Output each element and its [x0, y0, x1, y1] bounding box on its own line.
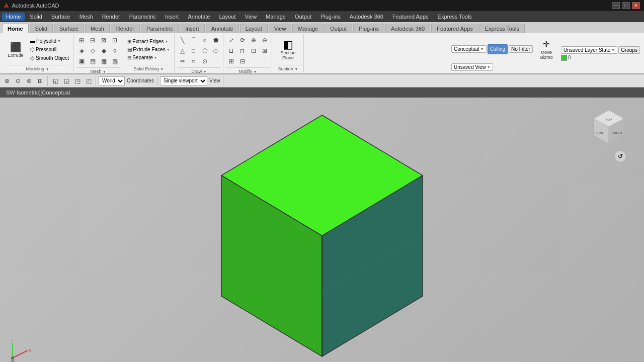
mesh-btn-11[interactable]: ▦	[99, 56, 109, 66]
viewport-select[interactable]: Single viewport	[160, 76, 207, 85]
mesh-btn-12[interactable]: ▧	[110, 56, 120, 66]
ribbon-tab-annotate[interactable]: Annotate	[206, 24, 239, 33]
extrude-faces-button[interactable]: ▤ Extrude Faces ▼	[125, 46, 172, 53]
minimize-button[interactable]: —	[612, 2, 620, 9]
separate-button[interactable]: ⊟ Separate ▼	[125, 54, 172, 61]
draw-btn-9[interactable]: ✏	[178, 56, 188, 66]
mesh-btn-3[interactable]: ⊠	[99, 35, 109, 45]
mesh-btn-1[interactable]: ⊞	[76, 35, 87, 45]
modify-btn-10[interactable]: ⊟	[237, 56, 248, 66]
app-icon: A	[4, 2, 9, 10]
presspull-button[interactable]: ⬡ Presspull	[28, 46, 71, 53]
draw-btn-7[interactable]: ⬡	[200, 46, 210, 56]
menu-item-insert[interactable]: Insert	[161, 13, 183, 21]
unsaved-view-select[interactable]: Unsaved View ▼	[451, 63, 493, 71]
mesh-btn-4[interactable]: ⊡	[110, 35, 120, 45]
draw-btn-8[interactable]: ⬭	[211, 46, 221, 56]
draw-btn-4[interactable]: ⬟	[211, 35, 221, 45]
menu-item-view[interactable]: View	[241, 13, 261, 21]
ribbon-tab-view[interactable]: View	[269, 24, 292, 33]
view-tool-2[interactable]: ◲	[61, 76, 71, 86]
extrude-button[interactable]: ⬛ Extrude	[4, 37, 27, 63]
maximize-button[interactable]: □	[622, 2, 630, 9]
coord-tool-4[interactable]: ⊞	[35, 76, 45, 86]
visual-style-select[interactable]: Conceptual ▼	[451, 45, 487, 53]
modify-btn-2[interactable]: ⟳	[237, 35, 248, 45]
menu-item-surface[interactable]: Surface	[47, 13, 74, 21]
ribbon-tab-render[interactable]: Render	[111, 24, 140, 33]
draw-btn-5[interactable]: △	[178, 46, 188, 56]
menu-item-layout[interactable]: Layout	[215, 13, 239, 21]
ribbon-tab-featured-apps[interactable]: Featured Apps	[431, 24, 478, 33]
modify-btn-5[interactable]: ⊔	[226, 46, 236, 56]
mesh-btn-7[interactable]: ◆	[99, 46, 109, 56]
close-button[interactable]: ✕	[632, 2, 640, 9]
ribbon-group-draw: ╲ ⌒ ○ ⬟ △ □ ⬡ ⬭ ✏ ⌗ ⊙	[176, 34, 223, 72]
groups-button[interactable]: Groups	[618, 46, 640, 54]
layer-state-select[interactable]: Unsaved Layer State ▼	[561, 46, 617, 54]
mesh-btn-8[interactable]: ◊	[110, 46, 120, 56]
ribbon-tab-layout[interactable]: Layout	[240, 24, 268, 33]
polysolid-button[interactable]: ▬ Polysolid ▼	[28, 37, 71, 45]
draw-btn-2[interactable]: ⌒	[189, 35, 199, 45]
draw-btn-11[interactable]: ⊙	[200, 56, 210, 66]
modify-btn-8[interactable]: ⊠	[260, 46, 270, 56]
coord-tool-1[interactable]: ⊕	[2, 76, 12, 86]
move-gizmo-button[interactable]: ✛ Move Gizmo	[534, 36, 559, 62]
ribbon-tab-surface[interactable]: Surface	[54, 24, 84, 33]
mesh-btn-5[interactable]: ◈	[76, 46, 87, 56]
ribbon-tab-parametric[interactable]: Parametric	[141, 24, 179, 33]
menu-item-annotate[interactable]: Annotate	[184, 13, 214, 21]
modify-btn-4[interactable]: ⊖	[260, 35, 270, 45]
mesh-btn-9[interactable]: ▣	[76, 56, 87, 66]
menu-item-featured-apps[interactable]: Featured Apps	[388, 13, 433, 21]
ribbon-tab-insert[interactable]: Insert	[180, 24, 205, 33]
viewport-view-label[interactable]: SW Isometric][Conceptual	[4, 89, 72, 96]
culling-button[interactable]: Culling	[488, 44, 508, 54]
ribbon-tab-solid[interactable]: Solid	[30, 24, 53, 33]
menu-item-mesh[interactable]: Mesh	[75, 13, 97, 21]
orbit-icon[interactable]: ↺	[614, 150, 626, 162]
modify-btn-1[interactable]: ⤢	[226, 35, 236, 45]
draw-btn-3[interactable]: ○	[200, 35, 210, 45]
menu-item-manage[interactable]: Manage	[262, 13, 290, 21]
ribbon-tab-autodesk-360[interactable]: Autodesk 360	[385, 24, 430, 33]
ribbon-tab-manage[interactable]: Manage	[292, 24, 324, 33]
smooth-object-label: Smooth Object	[36, 55, 69, 61]
view-tool-1[interactable]: ◱	[50, 76, 60, 86]
no-filter-button[interactable]: No Filter	[509, 45, 533, 53]
ribbon-tab-output[interactable]: Output	[325, 24, 352, 33]
menu-item-express-tools[interactable]: Express Tools	[434, 13, 476, 21]
menu-item-render[interactable]: Render	[98, 13, 124, 21]
mesh-btn-2[interactable]: ⊟	[88, 35, 98, 45]
ribbon-tab-plug-ins[interactable]: Plug-ins	[353, 24, 384, 33]
draw-btn-1[interactable]: ╲	[178, 35, 188, 45]
modify-btn-3[interactable]: ⊕	[249, 35, 259, 45]
nav-cube[interactable]: TOP FRONT RIGHT	[589, 108, 629, 148]
menu-item-autodesk-360[interactable]: Autodesk 360	[346, 13, 387, 21]
ribbon-tab-home[interactable]: Home	[2, 24, 29, 33]
menu-item-plug-ins[interactable]: Plug-ins	[316, 13, 345, 21]
ribbon-tab-express-tools[interactable]: Express Tools	[479, 24, 525, 33]
modify-btn-7[interactable]: ⊡	[249, 46, 259, 56]
modify-btn-6[interactable]: ⊓	[237, 46, 248, 56]
menu-item-parametric[interactable]: Parametric	[125, 13, 160, 21]
coord-tool-3[interactable]: ⊚	[24, 76, 34, 86]
view-tool-4[interactable]: ◰	[84, 76, 94, 86]
world-select[interactable]: World	[99, 76, 125, 85]
main-viewport[interactable]: X Y W	[0, 98, 644, 362]
extract-edges-button[interactable]: ⊞ Extract Edges ▼	[125, 38, 172, 45]
menu-item-output[interactable]: Output	[291, 13, 315, 21]
mesh-btn-6[interactable]: ◇	[88, 46, 98, 56]
modify-btn-9[interactable]: ⊞	[226, 56, 236, 66]
view-tool-3[interactable]: ◳	[72, 76, 83, 86]
draw-btn-6[interactable]: □	[189, 46, 199, 56]
section-plane-button[interactable]: ◧ Section Plane	[275, 37, 301, 63]
draw-btn-10[interactable]: ⌗	[189, 56, 199, 66]
smooth-object-button[interactable]: ◎ Smooth Object	[28, 54, 71, 62]
mesh-btn-10[interactable]: ▤	[88, 56, 98, 66]
menu-item-home[interactable]: Home	[2, 13, 25, 21]
menu-item-solid[interactable]: Solid	[26, 13, 46, 21]
ribbon-tab-mesh[interactable]: Mesh	[85, 24, 110, 33]
coord-tool-2[interactable]: ⊙	[13, 76, 23, 86]
